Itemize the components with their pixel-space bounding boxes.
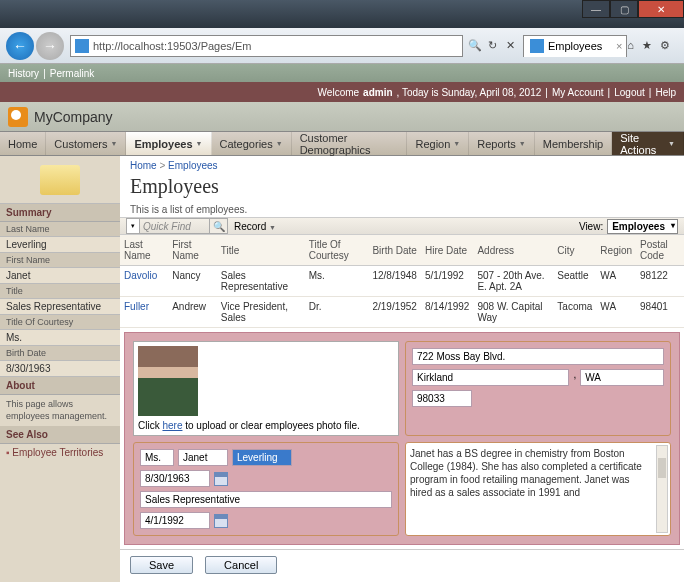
- employee-photo: [138, 346, 198, 416]
- my-account-link[interactable]: My Account: [552, 87, 604, 98]
- address-input[interactable]: 722 Moss Bay Blvd.: [412, 348, 664, 365]
- tools-icon[interactable]: ⚙: [660, 39, 670, 52]
- menu-categories[interactable]: Categories▼: [212, 132, 292, 155]
- menu-membership[interactable]: Membership: [535, 132, 613, 155]
- city-input[interactable]: Kirkland: [412, 369, 569, 386]
- menu-employees[interactable]: Employees▼: [126, 132, 211, 155]
- search-icon[interactable]: 🔍: [467, 38, 483, 54]
- save-button[interactable]: Save: [130, 556, 193, 574]
- back-button[interactable]: ←: [6, 32, 34, 60]
- chevron-down-icon: ▼: [668, 140, 675, 147]
- courtesy-input[interactable]: Ms.: [140, 449, 174, 466]
- forward-button[interactable]: →: [36, 32, 64, 60]
- birthdate-input[interactable]: 8/30/1963: [140, 470, 210, 487]
- scrollbar[interactable]: [656, 445, 668, 533]
- notes-textarea[interactable]: Janet has a BS degree in chemistry from …: [410, 447, 666, 515]
- quickfind-dropdown[interactable]: ▾: [126, 218, 140, 234]
- record-menu[interactable]: Record ▼: [234, 221, 276, 232]
- page-title: Employees: [120, 175, 684, 202]
- chevron-down-icon: ▼: [111, 140, 118, 147]
- home-icon[interactable]: ⌂: [627, 39, 634, 52]
- url-text: http://localhost:19503/Pages/Em: [93, 40, 251, 52]
- history-link[interactable]: History: [8, 68, 39, 79]
- firstname-input[interactable]: Janet: [178, 449, 228, 466]
- tab-title: Employees: [548, 40, 602, 52]
- address-bar[interactable]: http://localhost:19503/Pages/Em: [70, 35, 463, 57]
- company-name: MyCompany: [34, 109, 113, 125]
- logout-link[interactable]: Logout: [614, 87, 645, 98]
- about-heading: About: [0, 377, 120, 395]
- ie-favicon-icon: [75, 39, 89, 53]
- view-selector[interactable]: Employees: [607, 219, 678, 234]
- tab-close-icon[interactable]: ×: [616, 40, 622, 52]
- menu-region[interactable]: Region▼: [407, 132, 469, 155]
- favorites-icon[interactable]: ★: [642, 39, 652, 52]
- browser-tab[interactable]: Employees ×: [523, 35, 627, 57]
- upload-photo-link[interactable]: here: [162, 420, 182, 431]
- title-input[interactable]: Sales Representative: [140, 491, 392, 508]
- window-titlebar: — ▢ ✕: [0, 0, 684, 28]
- menu-home[interactable]: Home: [0, 132, 46, 155]
- see-also-heading: See Also: [0, 426, 120, 444]
- region-input[interactable]: WA: [580, 369, 664, 386]
- permalink-link[interactable]: Permalink: [50, 68, 94, 79]
- chevron-down-icon: ▼: [519, 140, 526, 147]
- breadcrumb-home[interactable]: Home: [130, 160, 157, 171]
- chevron-down-icon: ▼: [453, 140, 460, 147]
- menu-site-actions[interactable]: Site Actions▼: [612, 132, 684, 155]
- menu-customers[interactable]: Customers▼: [46, 132, 126, 155]
- calendar-icon[interactable]: [214, 472, 228, 486]
- table-row: Fuller Andrew Vice President, Sales Dr. …: [120, 297, 684, 328]
- table-row: Davolio Nancy Sales Representative Ms. 1…: [120, 266, 684, 297]
- hiredate-input[interactable]: 4/1/1992: [140, 512, 210, 529]
- window-close-button[interactable]: ✕: [638, 0, 684, 18]
- tab-favicon-icon: [530, 39, 544, 53]
- calendar-icon[interactable]: [214, 514, 228, 528]
- photo-box: Click here to upload or clear employees …: [133, 341, 399, 436]
- cancel-button[interactable]: Cancel: [205, 556, 277, 574]
- quickfind-input[interactable]: Quick Find: [140, 218, 210, 234]
- menu-reports[interactable]: Reports▼: [469, 132, 534, 155]
- postal-input[interactable]: 98033: [412, 390, 472, 407]
- employees-grid: Last Name First Name Title Title Of Cour…: [120, 235, 684, 328]
- search-icon[interactable]: 🔍: [210, 218, 228, 234]
- menu-demographics[interactable]: Customer Demographics: [292, 132, 408, 155]
- lastname-input[interactable]: Leverling: [232, 449, 292, 466]
- chevron-down-icon: ▼: [276, 140, 283, 147]
- sidebar-link-territories[interactable]: Employee Territories: [0, 444, 120, 461]
- welcome-bar: Welcome admin , Today is Sunday, April 0…: [0, 82, 684, 102]
- summary-heading: Summary: [0, 204, 120, 222]
- company-logo-icon: [8, 107, 28, 127]
- window-minimize-button[interactable]: —: [582, 0, 610, 18]
- breadcrumb-current: Employees: [168, 160, 217, 171]
- chevron-down-icon: ▼: [196, 140, 203, 147]
- help-link[interactable]: Help: [655, 87, 676, 98]
- edit-panel: Click here to upload or clear employees …: [124, 332, 680, 545]
- folder-icon: [40, 165, 80, 195]
- page-description: This is a list of employees.: [120, 202, 684, 217]
- welcome-user: admin: [363, 87, 392, 98]
- refresh-icon[interactable]: ↻: [485, 38, 501, 54]
- window-maximize-button[interactable]: ▢: [610, 0, 638, 18]
- stop-icon[interactable]: ✕: [503, 38, 519, 54]
